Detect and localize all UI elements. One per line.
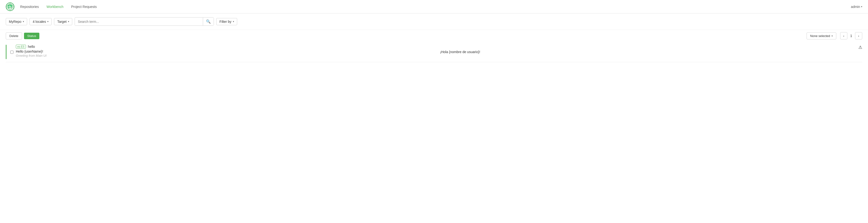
toolbar: MyRepo ▾ 4 locales ▾ Target ▾ 🔍 Filter b… (0, 13, 868, 30)
item-top-row: es-ES hello (16, 45, 430, 49)
status-bar (6, 45, 6, 59)
search-button[interactable]: 🔍 (203, 18, 214, 26)
filter-chevron-icon: ▾ (233, 20, 234, 23)
logo-icon (6, 2, 14, 11)
repo-chevron-icon: ▾ (23, 20, 24, 23)
content: es-ES hello Hello {userName}! Greeting f… (0, 42, 868, 62)
nav-repositories[interactable]: Repositories (20, 5, 39, 9)
current-page: 1 (849, 34, 854, 38)
locales-dropdown[interactable]: 4 locales ▾ (30, 18, 52, 25)
admin-menu[interactable]: admin ▾ (851, 5, 862, 9)
none-selected-dropdown[interactable]: None selected ▾ (807, 32, 836, 39)
prev-page-button[interactable]: ‹ (840, 32, 847, 39)
nav-workbench[interactable]: Workbench (46, 5, 64, 9)
delete-button[interactable]: Delete (6, 32, 22, 39)
warning-icon: ⚠ (859, 45, 862, 59)
target-dropdown[interactable]: Target ▾ (54, 18, 72, 25)
status-button[interactable]: Status (24, 33, 40, 39)
next-icon: › (858, 34, 859, 38)
target-chevron-icon: ▾ (68, 20, 69, 23)
target-label: Target (57, 20, 66, 24)
prev-icon: ‹ (843, 34, 844, 38)
action-bar: Delete Status None selected ▾ ‹ 1 › (0, 30, 868, 42)
item-source: Hello {userName}! (16, 50, 430, 53)
item-translation: ¡Hola {nombre de usuario}! (430, 45, 855, 59)
filter-label: Filter by (219, 20, 231, 24)
repo-label: MyRepo (9, 20, 21, 24)
search-input[interactable] (75, 18, 203, 25)
item-context: Greeting from Main UI (16, 54, 430, 57)
row-checkbox[interactable] (10, 45, 13, 59)
none-selected-chevron-icon: ▾ (832, 35, 833, 37)
admin-label: admin (851, 5, 860, 9)
pagination: ‹ 1 › (840, 32, 862, 39)
table-row: es-ES hello Hello {userName}! Greeting f… (6, 42, 862, 62)
item-left: es-ES hello Hello {userName}! Greeting f… (16, 45, 430, 59)
search-icon: 🔍 (206, 20, 211, 24)
admin-chevron-icon: ▾ (861, 5, 862, 8)
header: Repositories Workbench Project Requests … (0, 0, 868, 13)
locales-label: 4 locales (33, 20, 46, 24)
next-page-button[interactable]: › (855, 32, 862, 39)
locales-chevron-icon: ▾ (47, 20, 49, 23)
repo-dropdown[interactable]: MyRepo ▾ (6, 18, 27, 25)
item-key: hello (28, 45, 35, 49)
locale-tag: es-ES (16, 45, 26, 49)
filter-dropdown[interactable]: Filter by ▾ (216, 18, 237, 25)
search-wrapper: 🔍 (75, 17, 214, 26)
nav-project-requests[interactable]: Project Requests (71, 5, 97, 9)
nav: Repositories Workbench Project Requests (20, 5, 851, 9)
none-selected-label: None selected (810, 34, 830, 38)
